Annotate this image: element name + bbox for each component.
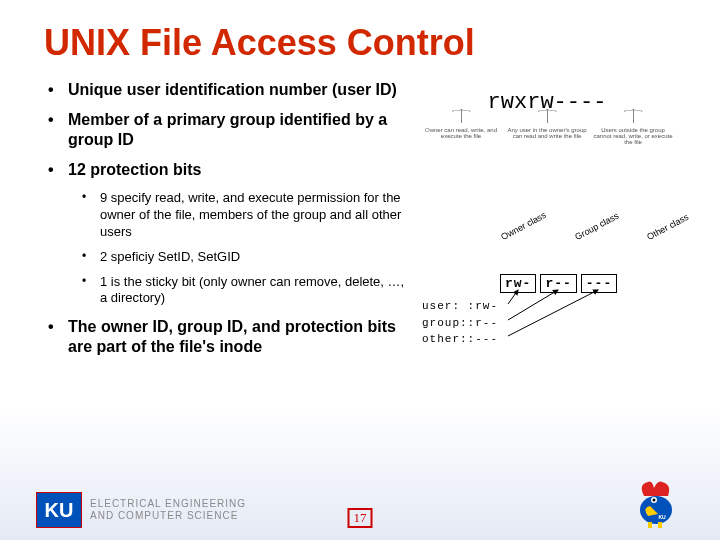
svg-point-5 <box>653 499 656 502</box>
svg-rect-8 <box>648 522 652 528</box>
dept-line2: AND COMPUTER SCIENCE <box>90 510 246 522</box>
sub-bullet-item: 9 specify read, write, and execute permi… <box>68 190 414 241</box>
jayhawk-mascot-icon: KU <box>628 476 684 528</box>
department-name: ELECTRICAL ENGINEERING AND COMPUTER SCIE… <box>90 498 246 522</box>
svg-text:KU: KU <box>658 514 666 520</box>
group-class-label: Group class <box>573 211 620 242</box>
permission-boxes: rw- r-- --- <box>500 274 617 293</box>
owner-desc: Owner can read, write, and execute the f… <box>418 127 504 145</box>
other-class-label: Other class <box>645 212 690 242</box>
page-number: 17 <box>348 508 373 528</box>
sub-bullet-list: 9 specify read, write, and execute permi… <box>68 190 414 307</box>
ku-branding: KU ELECTRICAL ENGINEERING AND COMPUTER S… <box>36 492 246 528</box>
group-perm-box: r-- <box>540 274 576 293</box>
slide: UNIX File Access Control Unique user ide… <box>0 0 720 540</box>
class-labels: Owner class Group class Other class <box>504 232 695 242</box>
image-column: rwxrw---- ⏟ ⏟ ⏟ Owner can read, write, a… <box>418 80 676 372</box>
acl-user-line: user: :rw- <box>422 298 498 315</box>
bullet-item: Unique user identification number (user … <box>44 80 414 100</box>
bullet-item: Member of a primary group identified by … <box>44 110 414 150</box>
brace-icon: ⏟ <box>538 111 720 125</box>
svg-line-1 <box>508 290 558 320</box>
acl-other-line: other::--- <box>422 331 498 348</box>
bullet-item: 12 protection bits 9 specify read, write… <box>44 160 414 307</box>
ku-logo: KU <box>36 492 82 528</box>
bullet-list: Unique user identification number (user … <box>44 80 414 357</box>
owner-class-label: Owner class <box>499 210 547 242</box>
bullet-text: 12 protection bits <box>68 161 201 178</box>
bullet-item: The owner ID, group ID, and protection b… <box>44 317 414 357</box>
svg-line-2 <box>508 290 598 336</box>
other-desc: Users outside the group cannot read, wri… <box>590 127 676 145</box>
slide-title: UNIX File Access Control <box>44 22 676 64</box>
permission-string-diagram: rwxrw---- ⏟ ⏟ ⏟ Owner can read, write, a… <box>418 86 676 206</box>
sub-bullet-item: 1 is the sticky bit (only owner can remo… <box>68 274 414 308</box>
content-area: Unique user identification number (user … <box>44 80 676 372</box>
sub-bullet-item: 2 speficiy SetID, SetGID <box>68 249 414 266</box>
acl-diagram: Owner class Group class Other class rw- … <box>418 232 676 372</box>
text-column: Unique user identification number (user … <box>44 80 414 372</box>
dept-line1: ELECTRICAL ENGINEERING <box>90 498 246 510</box>
svg-rect-9 <box>658 522 662 528</box>
other-perm-box: --- <box>581 274 617 293</box>
acl-text-lines: user: :rw- group::r-- other::--- <box>422 298 498 348</box>
owner-perm-box: rw- <box>500 274 536 293</box>
permission-descriptions: Owner can read, write, and execute the f… <box>418 127 676 145</box>
group-desc: Any user in the owner's group can read a… <box>504 127 590 145</box>
acl-group-line: group::r-- <box>422 315 498 332</box>
